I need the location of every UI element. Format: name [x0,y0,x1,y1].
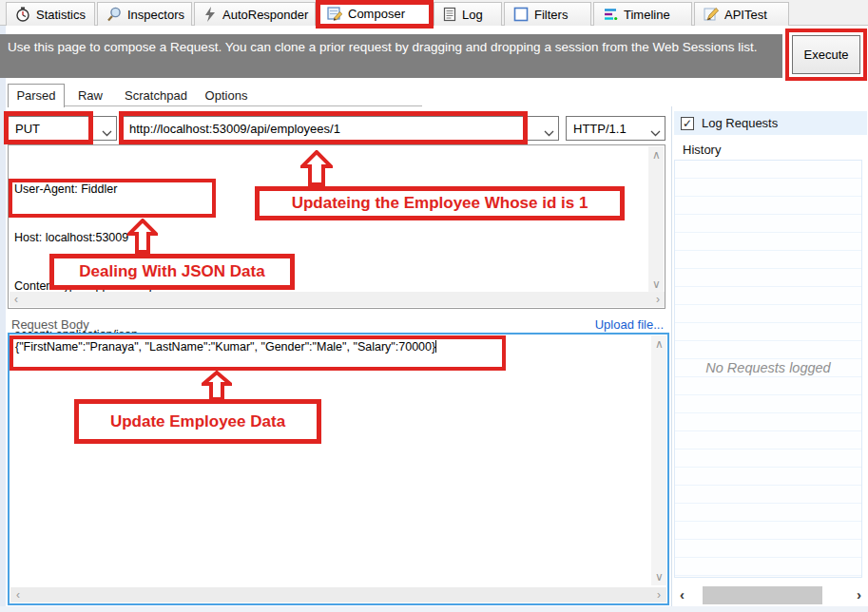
window-frame-left [0,0,6,612]
filter-checkbox-icon [513,7,529,22]
annotation-url-note: Updateing the Employee Whose id is 1 [255,186,625,220]
log-icon [443,7,456,22]
annotation-body-note: Update Employee Data [74,399,321,444]
scroll-up-icon[interactable]: ∧ [655,337,664,351]
scrollbar-thumb[interactable] [703,586,822,604]
info-banner: Use this page to compose a Request. You … [0,34,782,78]
subtab-scratchpad[interactable]: Scratchpad [114,86,198,106]
body-vertical-scrollbar[interactable]: ∧ ∨ [651,335,666,585]
magnifier-icon [106,7,122,22]
tab-label: Inspectors [127,8,184,22]
scroll-right-icon[interactable]: › [656,293,660,306]
history-empty-text: No Requests logged [675,360,861,375]
headers-horizontal-scrollbar[interactable]: ‹ › [10,292,665,307]
tab-label: APITest [724,8,767,22]
history-panel: ✓ Log Requests History No Requests logge… [671,106,868,612]
scroll-right-icon[interactable]: › [657,588,661,602]
tab-inspectors[interactable]: Inspectors [97,2,192,26]
scroll-down-icon[interactable]: ∨ [655,570,664,583]
history-horizontal-scrollbar[interactable]: ‹ › [674,583,867,608]
log-requests-label: Log Requests [702,116,778,130]
scroll-left-icon[interactable]: ‹ [680,586,685,602]
url-input[interactable]: http://localhost:53009/api/employees/1 [122,116,559,141]
up-arrow-annotation [127,219,158,254]
method-value: PUT [15,122,40,136]
subtab-options[interactable]: Options [200,86,253,106]
lightning-icon [203,7,217,22]
body-json: {"FirstName":"Pranaya", "LastName":"Kuma… [15,340,435,354]
fiddler-composer-window: Statistics Inspectors AutoResponder Co [0,0,868,612]
history-list[interactable]: No Requests logged [674,160,862,578]
tab-statistics[interactable]: Statistics [6,2,95,26]
chevron-down-icon [544,125,554,140]
chevron-down-icon [102,125,112,140]
info-banner-text: Use this page to compose a Request. You … [8,38,776,56]
execute-button[interactable]: Execute [792,35,860,74]
method-dropdown[interactable]: PUT [8,116,117,141]
up-arrow-annotation [300,150,333,186]
headers-vertical-scrollbar[interactable]: ∧ ∨ [648,146,664,293]
tab-label: Composer [348,7,405,21]
text-caret [435,340,436,353]
scroll-up-icon[interactable]: ∧ [652,148,661,162]
header-line: User-Agent: Fiddler [14,182,171,198]
subtab-parsed[interactable]: Parsed [8,84,65,107]
main-tab-bar: Statistics Inspectors AutoResponder Co [0,0,868,26]
tab-log[interactable]: Log [434,2,502,26]
request-body-textarea[interactable]: {"FirstName":"Pranaya", "LastName":"Kuma… [8,333,669,605]
up-arrow-annotation [202,371,232,401]
compose-icon [327,6,342,21]
scroll-down-icon[interactable]: ∨ [652,277,661,291]
upload-file-link[interactable]: Upload file... [475,317,664,332]
annotation-headers-note: Dealing With JSON Data [49,254,295,290]
http-version-dropdown[interactable]: HTTP/1.1 [566,116,665,141]
log-requests-checkbox[interactable]: ✓ [681,117,694,130]
tab-label: Log [462,8,483,22]
subtab-raw[interactable]: Raw [68,86,112,106]
tab-label: Filters [534,8,568,22]
tab-label: Statistics [36,8,86,22]
tab-label: Timeline [624,8,670,22]
history-title: History [683,143,721,157]
tab-label: AutoResponder [222,8,308,22]
scroll-left-icon[interactable]: ‹ [14,293,18,306]
tab-composer[interactable]: Composer [318,0,432,26]
tab-timeline[interactable]: Timeline [593,2,692,26]
tab-filters[interactable]: Filters [504,2,591,26]
request-body-label: Request Body [11,317,89,332]
scroll-right-icon[interactable]: › [857,586,861,602]
chevron-down-icon [650,125,661,140]
tab-apitest[interactable]: APITest [694,2,789,26]
tab-autoresponder[interactable]: AutoResponder [194,2,316,26]
http-version-value: HTTP/1.1 [573,122,627,136]
url-value: http://localhost:53009/api/employees/1 [129,122,340,136]
timeline-icon [603,7,618,22]
log-requests-row[interactable]: ✓ Log Requests [674,111,867,135]
window-frame-bottom [0,606,868,612]
stopwatch-icon [15,7,30,22]
body-horizontal-scrollbar[interactable]: ‹ › [10,587,666,602]
pencil-icon [704,7,719,22]
scroll-left-icon[interactable]: ‹ [16,588,20,602]
